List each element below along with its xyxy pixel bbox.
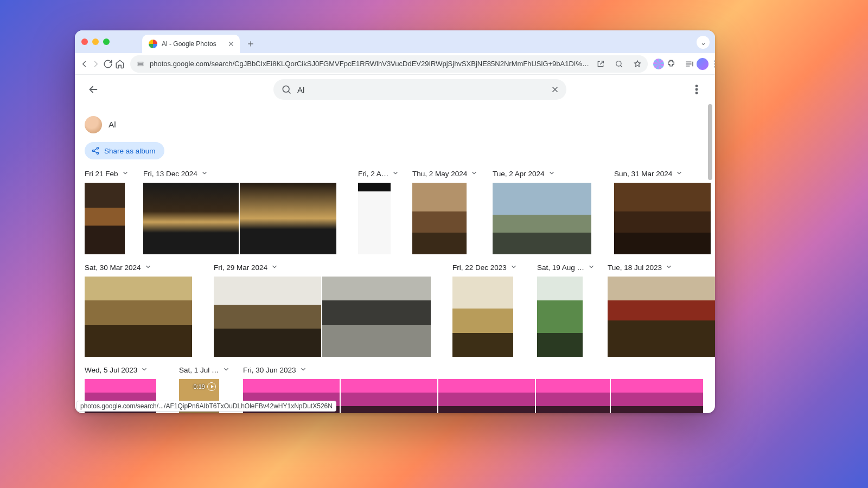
date-header[interactable]: Tue, 2 Apr 2024 bbox=[493, 169, 596, 178]
photo-grid: Al Share as album Fri 21 FebFri, 13 Dec … bbox=[75, 104, 715, 413]
person-avatar[interactable] bbox=[85, 116, 102, 133]
reload-button[interactable] bbox=[103, 55, 113, 73]
date-label: Fri, 30 Jun 2023 bbox=[243, 366, 296, 374]
app-back-button[interactable] bbox=[82, 79, 104, 100]
close-tab-button[interactable]: ✕ bbox=[228, 40, 234, 48]
media-controls-button[interactable] bbox=[685, 55, 694, 73]
chevron-down-icon[interactable] bbox=[222, 365, 230, 375]
date-header[interactable]: Fri, 30 Jun 2023 bbox=[243, 365, 703, 375]
photo-thumb[interactable] bbox=[85, 277, 192, 357]
date-header[interactable]: Sat, 1 Jul … bbox=[179, 365, 225, 375]
photo-thumb[interactable] bbox=[537, 277, 583, 357]
photo-thumb[interactable] bbox=[536, 379, 610, 413]
browser-toolbar: photos.google.com/search/CgJBbCIxEi8KLQo… bbox=[75, 53, 715, 75]
date-row: Fri 21 FebFri, 13 Dec 2024Fri, 2 A…Thu, … bbox=[85, 169, 703, 254]
more-options-button[interactable] bbox=[686, 79, 707, 100]
bookmark-star-icon[interactable] bbox=[630, 57, 644, 71]
photo-thumb[interactable] bbox=[322, 277, 431, 357]
date-header[interactable]: Fri, 22 Dec 2023 bbox=[452, 263, 519, 272]
date-label: Wed, 5 Jul 2023 bbox=[85, 366, 137, 374]
date-label: Sat, 30 Mar 2024 bbox=[85, 264, 141, 272]
photo-thumb[interactable] bbox=[240, 183, 336, 254]
chevron-down-icon[interactable] bbox=[144, 263, 152, 272]
home-button[interactable] bbox=[115, 55, 125, 73]
close-window-button[interactable] bbox=[81, 38, 88, 45]
date-header[interactable]: Sat, 30 Mar 2024 bbox=[85, 263, 195, 272]
date-header[interactable]: Thu, 2 May 2024 bbox=[412, 169, 474, 178]
scrollbar-track[interactable] bbox=[706, 104, 714, 409]
chevron-down-icon[interactable] bbox=[665, 263, 673, 272]
browser-menu-button[interactable] bbox=[711, 55, 715, 73]
site-info-icon[interactable] bbox=[136, 59, 145, 69]
chevron-down-icon[interactable] bbox=[271, 263, 278, 272]
photo-thumb[interactable] bbox=[412, 183, 467, 254]
photo-thumb[interactable] bbox=[143, 183, 239, 254]
date-label: Sat, 19 Aug … bbox=[537, 264, 584, 272]
photo-thumb[interactable] bbox=[611, 379, 703, 413]
browser-tab[interactable]: Al - Google Photos ✕ bbox=[142, 35, 240, 53]
date-section: Tue, 18 Jul 2023 bbox=[608, 263, 715, 357]
back-button[interactable] bbox=[79, 55, 89, 73]
photo-thumb[interactable] bbox=[614, 183, 711, 254]
date-header[interactable]: Fri, 2 A… bbox=[358, 169, 394, 178]
photo-thumb[interactable] bbox=[493, 183, 591, 254]
search-bar[interactable]: Al bbox=[273, 79, 566, 100]
chevron-down-icon[interactable] bbox=[122, 169, 129, 178]
photo-thumb[interactable] bbox=[438, 379, 535, 413]
date-section: Sat, 30 Mar 2024 bbox=[85, 263, 195, 357]
date-section: Tue, 2 Apr 2024 bbox=[493, 169, 596, 254]
chevron-down-icon[interactable] bbox=[141, 365, 148, 375]
photo-thumb[interactable] bbox=[85, 183, 125, 254]
zoom-icon[interactable] bbox=[612, 57, 626, 71]
date-header[interactable]: Fri 21 Feb bbox=[85, 169, 125, 178]
person-name: Al bbox=[108, 120, 116, 130]
clear-search-button[interactable] bbox=[547, 81, 563, 98]
zoom-window-button[interactable] bbox=[103, 38, 110, 45]
new-tab-button[interactable]: ＋ bbox=[243, 36, 258, 51]
date-header[interactable]: Sun, 31 Mar 2024 bbox=[614, 169, 715, 178]
svg-point-8 bbox=[696, 89, 698, 91]
chevron-down-icon[interactable] bbox=[392, 169, 399, 178]
date-section: Fri, 2 A… bbox=[358, 169, 394, 254]
share-as-album-button[interactable]: Share as album bbox=[85, 142, 164, 159]
svg-rect-1 bbox=[138, 65, 143, 66]
date-row: Sat, 30 Mar 2024Fri, 29 Mar 2024Fri, 22 … bbox=[85, 263, 703, 357]
svg-point-2 bbox=[616, 61, 621, 66]
photo-thumb[interactable] bbox=[341, 379, 437, 413]
address-bar[interactable]: photos.google.com/search/CgJBbCIxEi8KLQo… bbox=[130, 55, 648, 73]
date-section: Sat, 19 Aug … bbox=[537, 263, 589, 357]
photo-thumb[interactable] bbox=[452, 277, 513, 357]
chevron-down-icon[interactable] bbox=[510, 263, 518, 272]
chevron-down-icon[interactable] bbox=[470, 169, 478, 178]
date-header[interactable]: Tue, 18 Jul 2023 bbox=[608, 263, 715, 272]
date-label: Fri, 13 Dec 2024 bbox=[143, 170, 197, 178]
minimize-window-button[interactable] bbox=[92, 38, 99, 45]
chevron-down-icon[interactable] bbox=[299, 365, 307, 375]
date-section: Fri, 22 Dec 2023 bbox=[452, 263, 519, 357]
chevron-down-icon[interactable] bbox=[588, 263, 595, 272]
date-section: Fri 21 Feb bbox=[85, 169, 125, 254]
chevron-down-icon[interactable] bbox=[548, 169, 556, 178]
date-header[interactable]: Sat, 19 Aug … bbox=[537, 263, 589, 272]
tabs-dropdown-button[interactable]: ⌄ bbox=[697, 36, 710, 49]
open-external-icon[interactable] bbox=[593, 57, 608, 71]
date-header[interactable]: Fri, 29 Mar 2024 bbox=[214, 263, 434, 272]
photo-thumb[interactable] bbox=[214, 277, 321, 357]
share-icon bbox=[91, 146, 100, 155]
chevron-down-icon[interactable] bbox=[201, 169, 208, 178]
date-label: Sun, 31 Mar 2024 bbox=[614, 170, 672, 178]
date-header[interactable]: Wed, 5 Jul 2023 bbox=[85, 365, 161, 375]
titlebar: Al - Google Photos ✕ ＋ ⌄ bbox=[75, 30, 715, 53]
extensions-button[interactable] bbox=[666, 55, 676, 73]
extension-icon[interactable] bbox=[653, 55, 664, 73]
date-header[interactable]: Fri, 13 Dec 2024 bbox=[143, 169, 340, 178]
forward-button[interactable] bbox=[91, 55, 101, 73]
photo-thumb[interactable] bbox=[358, 183, 391, 254]
date-label: Fri, 22 Dec 2023 bbox=[452, 264, 507, 272]
scrollbar-thumb[interactable] bbox=[708, 104, 712, 180]
chevron-down-icon[interactable] bbox=[675, 169, 683, 178]
person-header: Al bbox=[85, 116, 703, 133]
date-section: Fri, 13 Dec 2024 bbox=[143, 169, 340, 254]
photo-thumb[interactable] bbox=[608, 277, 715, 357]
profile-avatar[interactable] bbox=[697, 55, 709, 73]
